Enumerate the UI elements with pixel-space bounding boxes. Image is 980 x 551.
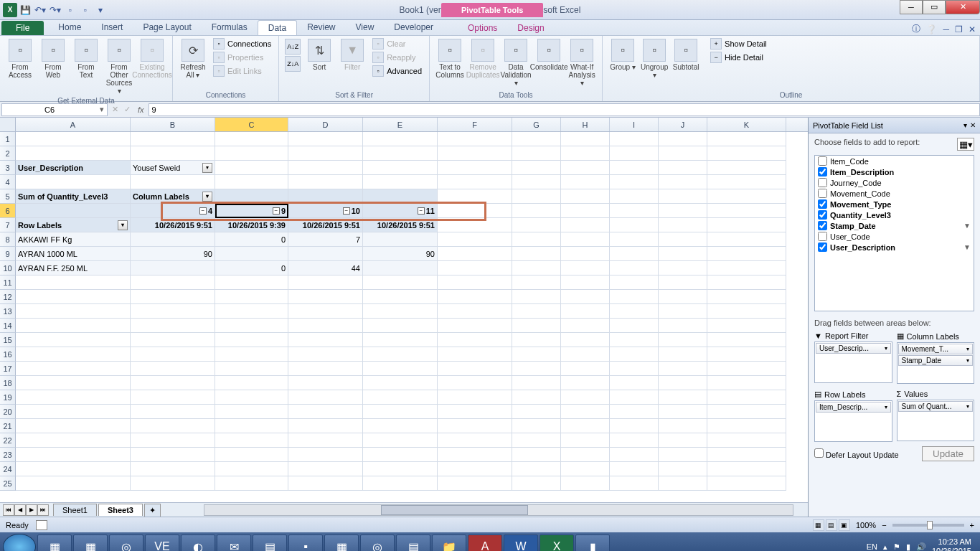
cell[interactable] [610,261,659,276]
report-filter-field[interactable]: User_Description [16,161,131,175]
cell[interactable] [610,362,659,376]
row-header-23[interactable]: 23 [0,448,16,462]
filter-dropdown-icon[interactable]: ▾ [202,163,212,173]
area-chip[interactable]: Movement_T...▾ [898,344,974,354]
row-header-5[interactable]: 5 [0,189,16,204]
cell[interactable] [288,376,363,390]
cell[interactable] [659,390,707,405]
area-list-values[interactable]: Sum of Quant...▾ [897,400,975,441]
datatool-btn-1[interactable]: ▫Remove Duplicates [467,37,499,80]
taskbar-outlook[interactable]: ✉ [217,534,251,551]
val-1-0[interactable]: 90 [131,247,215,261]
cell[interactable] [659,161,707,175]
cell[interactable] [288,161,363,175]
hide-detail-button[interactable]: −Hide Detail [707,51,770,64]
cell[interactable] [288,448,363,462]
cell[interactable] [610,218,659,232]
cell[interactable] [438,175,512,189]
cell[interactable] [131,476,215,491]
cell-D1[interactable] [288,132,363,146]
cell[interactable] [610,419,659,433]
cell[interactable] [363,376,438,390]
row-header-21[interactable]: 21 [0,419,16,433]
cell-H1[interactable] [561,132,610,146]
cell-A2[interactable] [16,146,131,161]
cell[interactable] [707,433,786,448]
cell[interactable] [610,247,659,261]
cell[interactable] [16,362,131,376]
normal-view-icon[interactable]: ▦ [813,519,824,531]
name-box[interactable]: C6 ▾ [1,103,108,116]
tab-nav-prev[interactable]: ◀ [14,504,26,516]
cell[interactable] [610,304,659,319]
cell[interactable] [215,448,288,462]
cell[interactable] [561,319,610,333]
cell[interactable] [659,218,707,232]
cell[interactable] [512,333,561,347]
task-pane-menu-icon[interactable]: ▾ [963,121,967,129]
tray-time[interactable]: 10:23 AM [932,537,971,547]
area-list-row_labels[interactable]: Item_Descrip...▾ [814,400,892,442]
datatool-btn-0[interactable]: ▫Text to Columns [434,37,466,80]
external-btn-1[interactable]: ▫From Web [37,37,69,80]
cell[interactable] [610,462,659,476]
minimize-ribbon-icon[interactable]: ⓘ [912,23,920,35]
row-header-3[interactable]: 3 [0,161,16,175]
cell[interactable] [215,175,288,189]
sort-asc-icon[interactable]: A↓Z [285,39,301,55]
cell-A1[interactable] [16,132,131,146]
cell[interactable] [215,419,288,433]
sort-button[interactable]: ⇅Sort [303,37,335,72]
cell[interactable] [438,476,512,491]
cell[interactable] [363,476,438,491]
cell[interactable] [659,347,707,362]
cell[interactable] [215,462,288,476]
col-time-3[interactable]: 10/26/2015 9:51 [363,218,438,232]
cell[interactable] [288,347,363,362]
tray-lang[interactable]: EN [867,542,877,551]
cell[interactable] [438,462,512,476]
cell[interactable] [131,419,215,433]
cell-B2[interactable] [131,146,215,161]
cell[interactable] [131,333,215,347]
cell[interactable] [512,362,561,376]
cell[interactable] [610,333,659,347]
cell-B1[interactable] [131,132,215,146]
val-1-3[interactable]: 90 [363,247,438,261]
row-header-25[interactable]: 25 [0,476,16,491]
area-list-report_filter[interactable]: User_Descrip...▾ [814,342,892,383]
external-btn-2[interactable]: ▫From Text [70,37,102,80]
cell[interactable] [438,232,512,247]
cell[interactable] [16,448,131,462]
cell[interactable] [363,419,438,433]
window-restore-icon[interactable]: ❐ [955,24,963,34]
cell[interactable] [288,319,363,333]
page-break-view-icon[interactable]: ▣ [839,519,850,531]
cell[interactable] [438,261,512,276]
cell[interactable] [512,405,561,419]
fx-icon[interactable]: fx [133,105,149,114]
row-header-4[interactable]: 4 [0,175,16,189]
cell[interactable] [610,405,659,419]
cell[interactable] [561,161,610,175]
cell[interactable] [659,405,707,419]
col-header-G[interactable]: G [512,118,561,131]
taskbar-app-10[interactable]: ◎ [360,534,395,551]
cell[interactable] [363,405,438,419]
col-header-A[interactable]: A [16,118,131,131]
sf-reapply[interactable]: ▫Reapply [369,51,425,64]
cell[interactable] [363,290,438,304]
close-button[interactable]: ✕ [946,0,980,14]
refresh-all-button[interactable]: ⟳Refresh All ▾ [177,37,209,80]
val-2-2[interactable]: 44 [288,261,363,276]
taskbar-app-11[interactable]: ▤ [396,534,430,551]
taskbar-app-7[interactable]: ▤ [253,534,287,551]
cell[interactable] [512,390,561,405]
taskbar-app-2[interactable]: ▦ [73,534,108,551]
cell[interactable] [707,419,786,433]
cell[interactable] [707,189,786,204]
cell[interactable] [561,333,610,347]
cell[interactable] [610,276,659,290]
row-labels[interactable]: Row Labels▾ [16,218,131,232]
cell[interactable] [363,189,438,204]
